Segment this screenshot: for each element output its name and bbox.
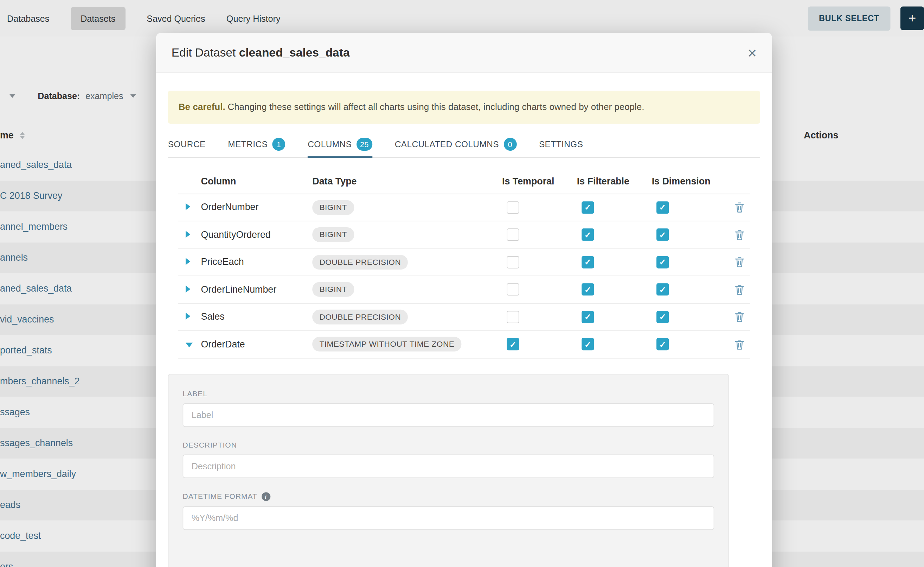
tab-label: SOURCE: [168, 140, 206, 149]
expand-caret-icon[interactable]: [186, 286, 190, 292]
tab-label: SETTINGS: [539, 140, 583, 149]
label-field: LABEL: [183, 390, 715, 427]
delete-column-icon[interactable]: [734, 257, 744, 267]
is-dimension-checkbox[interactable]: ✓: [656, 311, 669, 323]
delete-column-icon[interactable]: [734, 202, 744, 213]
is-temporal-checkbox[interactable]: [507, 284, 519, 296]
column-name: OrderLineNumber: [201, 284, 277, 294]
column-detail-panel: LABEL DESCRIPTION DATETIME FORMAT i: [168, 374, 729, 567]
modal-header: Edit Dataset cleaned_sales_data ×: [156, 33, 772, 73]
modal-title: Edit Dataset cleaned_sales_data: [172, 46, 350, 60]
column-name: QuantityOrdered: [201, 230, 271, 240]
is-dimension-checkbox[interactable]: ✓: [656, 229, 669, 241]
header-is-filterable: Is Filterable: [577, 176, 652, 186]
is-temporal-checkbox[interactable]: [507, 201, 519, 214]
label-field-label: LABEL: [183, 390, 208, 398]
data-type-pill: BIGINT: [312, 228, 354, 242]
datetime-format-input[interactable]: [183, 506, 715, 530]
is-dimension-checkbox[interactable]: ✓: [656, 338, 669, 351]
column-row: OrderDateTIMESTAMP WITHOUT TIME ZONE✓✓✓: [178, 331, 750, 358]
modal-title-prefix: Edit Dataset: [172, 46, 236, 59]
modal-title-dataset-name: cleaned_sales_data: [239, 46, 350, 59]
warning-text: Changing these settings will affect all …: [227, 102, 644, 112]
description-input[interactable]: [183, 454, 715, 478]
expand-caret-icon[interactable]: [186, 203, 190, 210]
data-type-pill: DOUBLE PRECISION: [312, 255, 408, 270]
data-type-pill: DOUBLE PRECISION: [312, 309, 408, 324]
tab-count-badge: 25: [357, 138, 372, 151]
column-row: PriceEachDOUBLE PRECISION✓✓: [178, 249, 750, 276]
is-filterable-checkbox[interactable]: ✓: [582, 229, 594, 241]
header-is-dimension: Is Dimension: [652, 176, 728, 186]
tab-count-badge: 0: [504, 138, 516, 151]
tab-metrics[interactable]: METRICS1: [228, 131, 285, 158]
is-filterable-checkbox[interactable]: ✓: [582, 256, 594, 268]
tab-label: METRICS: [228, 140, 268, 149]
info-icon[interactable]: i: [261, 492, 270, 501]
column-name: Sales: [201, 312, 225, 321]
description-field: DESCRIPTION: [183, 441, 715, 478]
tab-settings[interactable]: SETTINGS: [539, 131, 583, 158]
warning-bold: Be careful.: [179, 102, 226, 112]
tab-label: CALCULATED COLUMNS: [395, 140, 499, 149]
warning-banner: Be careful.Changing these settings will …: [168, 91, 760, 123]
column-name: OrderNumber: [201, 202, 259, 212]
modal-body: Be careful.Changing these settings will …: [156, 73, 772, 567]
tab-label: COLUMNS: [308, 140, 352, 149]
modal-tabs: SOURCEMETRICS1COLUMNS25CALCULATED COLUMN…: [168, 132, 760, 158]
column-row: SalesDOUBLE PRECISION✓✓: [178, 303, 750, 331]
tab-count-badge: 1: [272, 138, 286, 151]
description-field-label: DESCRIPTION: [183, 441, 237, 449]
column-row: OrderNumberBIGINT✓✓: [178, 194, 750, 222]
is-temporal-checkbox[interactable]: [507, 311, 519, 323]
columns-table-body: OrderNumberBIGINT✓✓QuantityOrderedBIGINT…: [178, 194, 750, 358]
expand-caret-icon[interactable]: [186, 231, 190, 238]
delete-column-icon[interactable]: [734, 230, 744, 240]
tab-source[interactable]: SOURCE: [168, 131, 206, 158]
edit-dataset-modal: Edit Dataset cleaned_sales_data × Be car…: [156, 33, 772, 567]
column-row: OrderLineNumberBIGINT✓✓: [178, 276, 750, 303]
is-filterable-checkbox[interactable]: ✓: [582, 311, 594, 323]
is-dimension-checkbox[interactable]: ✓: [656, 256, 669, 268]
is-filterable-checkbox[interactable]: ✓: [582, 201, 594, 214]
is-temporal-checkbox[interactable]: [507, 229, 519, 241]
header-is-temporal: Is Temporal: [502, 176, 577, 186]
columns-table: Column Data Type Is Temporal Is Filterab…: [178, 170, 750, 358]
column-row: QuantityOrderedBIGINT✓✓: [178, 221, 750, 249]
columns-table-header: Column Data Type Is Temporal Is Filterab…: [178, 170, 750, 194]
is-filterable-checkbox[interactable]: ✓: [582, 338, 594, 351]
datetime-format-field: DATETIME FORMAT i: [183, 492, 715, 530]
column-name: PriceEach: [201, 257, 244, 267]
is-dimension-checkbox[interactable]: ✓: [656, 201, 669, 214]
app: DatabasesDatasetsSaved QueriesQuery Hist…: [0, 0, 924, 567]
is-temporal-checkbox[interactable]: ✓: [507, 338, 519, 351]
is-filterable-checkbox[interactable]: ✓: [582, 284, 594, 296]
tab-calculated-columns[interactable]: CALCULATED COLUMNS0: [395, 131, 517, 158]
data-type-pill: BIGINT: [312, 200, 354, 215]
is-dimension-checkbox[interactable]: ✓: [656, 284, 669, 296]
expand-caret-icon[interactable]: [186, 258, 190, 265]
delete-column-icon[interactable]: [734, 284, 744, 295]
delete-column-icon[interactable]: [734, 312, 744, 322]
data-type-pill: TIMESTAMP WITHOUT TIME ZONE: [312, 337, 461, 352]
header-column: Column: [201, 176, 313, 186]
tab-columns[interactable]: COLUMNS25: [308, 131, 372, 158]
label-input[interactable]: [183, 403, 715, 427]
close-icon[interactable]: ×: [748, 45, 757, 60]
collapse-caret-icon[interactable]: [186, 342, 193, 347]
delete-column-icon[interactable]: [734, 339, 744, 350]
expand-caret-icon[interactable]: [186, 313, 190, 320]
header-data-type: Data Type: [312, 176, 502, 186]
datetime-format-field-label: DATETIME FORMAT: [183, 492, 257, 500]
is-temporal-checkbox[interactable]: [507, 256, 519, 268]
column-name: OrderDate: [201, 339, 245, 349]
data-type-pill: BIGINT: [312, 282, 354, 297]
